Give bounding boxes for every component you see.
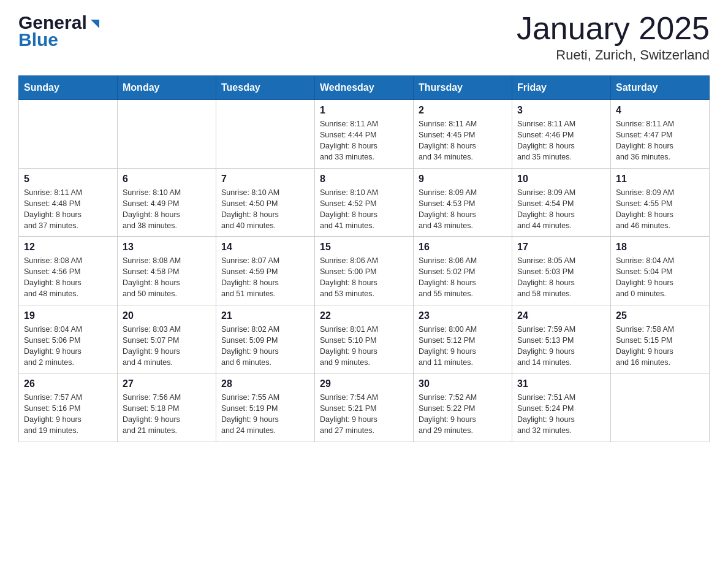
day-info: Sunrise: 8:11 AM Sunset: 4:47 PM Dayligh…	[616, 118, 704, 163]
day-info: Sunrise: 8:09 AM Sunset: 4:55 PM Dayligh…	[616, 187, 704, 232]
day-number: 19	[24, 310, 112, 321]
calendar-day-27: 27Sunrise: 7:56 AM Sunset: 5:18 PM Dayli…	[118, 373, 216, 442]
day-number: 29	[320, 378, 408, 389]
calendar-week-row: 19Sunrise: 8:04 AM Sunset: 5:06 PM Dayli…	[19, 305, 710, 373]
day-info: Sunrise: 8:10 AM Sunset: 4:49 PM Dayligh…	[123, 187, 211, 232]
day-number: 1	[320, 105, 408, 116]
day-info: Sunrise: 8:06 AM Sunset: 5:00 PM Dayligh…	[320, 255, 408, 300]
calendar-day-5: 5Sunrise: 8:11 AM Sunset: 4:48 PM Daylig…	[19, 168, 118, 237]
day-info: Sunrise: 8:07 AM Sunset: 4:59 PM Dayligh…	[221, 255, 309, 300]
calendar-day-empty	[118, 100, 216, 169]
day-info: Sunrise: 8:10 AM Sunset: 4:52 PM Dayligh…	[320, 187, 408, 232]
calendar-table: SundayMondayTuesdayWednesdayThursdayFrid…	[18, 75, 710, 442]
calendar-week-row: 26Sunrise: 7:57 AM Sunset: 5:16 PM Dayli…	[19, 373, 710, 442]
calendar-day-31: 31Sunrise: 7:51 AM Sunset: 5:24 PM Dayli…	[512, 373, 611, 442]
day-number: 11	[616, 174, 704, 185]
svg-marker-0	[91, 20, 99, 28]
calendar-day-15: 15Sunrise: 8:06 AM Sunset: 5:00 PM Dayli…	[315, 237, 414, 305]
calendar-day-22: 22Sunrise: 8:01 AM Sunset: 5:10 PM Dayli…	[315, 305, 414, 373]
day-number: 26	[24, 378, 112, 389]
day-info: Sunrise: 8:09 AM Sunset: 4:53 PM Dayligh…	[419, 187, 507, 232]
day-info: Sunrise: 8:11 AM Sunset: 4:45 PM Dayligh…	[419, 118, 507, 163]
title-section: January 2025 Rueti, Zurich, Switzerland	[517, 12, 710, 63]
day-info: Sunrise: 8:05 AM Sunset: 5:03 PM Dayligh…	[517, 255, 605, 300]
day-info: Sunrise: 8:11 AM Sunset: 4:46 PM Dayligh…	[517, 118, 605, 163]
calendar-week-row: 12Sunrise: 8:08 AM Sunset: 4:56 PM Dayli…	[19, 237, 710, 305]
day-number: 17	[517, 242, 605, 253]
calendar-header-monday: Monday	[118, 76, 216, 100]
day-number: 20	[123, 310, 211, 321]
day-info: Sunrise: 8:02 AM Sunset: 5:09 PM Dayligh…	[221, 324, 309, 369]
day-number: 15	[320, 242, 408, 253]
calendar-day-empty	[216, 100, 315, 169]
day-number: 22	[320, 310, 408, 321]
day-number: 28	[221, 378, 309, 389]
day-info: Sunrise: 7:54 AM Sunset: 5:21 PM Dayligh…	[320, 392, 408, 437]
calendar-week-row: 5Sunrise: 8:11 AM Sunset: 4:48 PM Daylig…	[19, 168, 710, 237]
calendar-day-13: 13Sunrise: 8:08 AM Sunset: 4:58 PM Dayli…	[118, 237, 216, 305]
day-info: Sunrise: 8:00 AM Sunset: 5:12 PM Dayligh…	[419, 324, 507, 369]
calendar-day-18: 18Sunrise: 8:04 AM Sunset: 5:04 PM Dayli…	[611, 237, 710, 305]
day-number: 13	[123, 242, 211, 253]
calendar-day-16: 16Sunrise: 8:06 AM Sunset: 5:02 PM Dayli…	[414, 237, 512, 305]
calendar-header-row: SundayMondayTuesdayWednesdayThursdayFrid…	[19, 76, 710, 100]
calendar-day-7: 7Sunrise: 8:10 AM Sunset: 4:50 PM Daylig…	[216, 168, 315, 237]
day-info: Sunrise: 7:51 AM Sunset: 5:24 PM Dayligh…	[517, 392, 605, 437]
day-number: 18	[616, 242, 704, 253]
calendar-day-28: 28Sunrise: 7:55 AM Sunset: 5:19 PM Dayli…	[216, 373, 315, 442]
day-info: Sunrise: 8:04 AM Sunset: 5:04 PM Dayligh…	[616, 255, 704, 300]
day-number: 23	[419, 310, 507, 321]
calendar-day-14: 14Sunrise: 8:07 AM Sunset: 4:59 PM Dayli…	[216, 237, 315, 305]
day-info: Sunrise: 7:55 AM Sunset: 5:19 PM Dayligh…	[221, 392, 309, 437]
calendar-day-24: 24Sunrise: 7:59 AM Sunset: 5:13 PM Dayli…	[512, 305, 611, 373]
logo-triangle-icon	[88, 17, 102, 31]
calendar-day-4: 4Sunrise: 8:11 AM Sunset: 4:47 PM Daylig…	[611, 100, 710, 169]
day-number: 8	[320, 174, 408, 185]
calendar-header-sunday: Sunday	[19, 76, 118, 100]
calendar-day-30: 30Sunrise: 7:52 AM Sunset: 5:22 PM Dayli…	[414, 373, 512, 442]
day-number: 3	[517, 105, 605, 116]
calendar-day-empty	[19, 100, 118, 169]
calendar-day-10: 10Sunrise: 8:09 AM Sunset: 4:54 PM Dayli…	[512, 168, 611, 237]
day-number: 5	[24, 174, 112, 185]
calendar-day-6: 6Sunrise: 8:10 AM Sunset: 4:49 PM Daylig…	[118, 168, 216, 237]
day-info: Sunrise: 8:04 AM Sunset: 5:06 PM Dayligh…	[24, 324, 112, 369]
day-info: Sunrise: 7:52 AM Sunset: 5:22 PM Dayligh…	[419, 392, 507, 437]
day-info: Sunrise: 7:59 AM Sunset: 5:13 PM Dayligh…	[517, 324, 605, 369]
day-info: Sunrise: 8:08 AM Sunset: 4:58 PM Dayligh…	[123, 255, 211, 300]
day-info: Sunrise: 8:10 AM Sunset: 4:50 PM Dayligh…	[221, 187, 309, 232]
day-number: 31	[517, 378, 605, 389]
day-number: 7	[221, 174, 309, 185]
day-info: Sunrise: 8:09 AM Sunset: 4:54 PM Dayligh…	[517, 187, 605, 232]
calendar-header-wednesday: Wednesday	[315, 76, 414, 100]
day-info: Sunrise: 7:57 AM Sunset: 5:16 PM Dayligh…	[24, 392, 112, 437]
calendar-day-25: 25Sunrise: 7:58 AM Sunset: 5:15 PM Dayli…	[611, 305, 710, 373]
calendar-day-17: 17Sunrise: 8:05 AM Sunset: 5:03 PM Dayli…	[512, 237, 611, 305]
day-info: Sunrise: 8:11 AM Sunset: 4:44 PM Dayligh…	[320, 118, 408, 163]
calendar-day-21: 21Sunrise: 8:02 AM Sunset: 5:09 PM Dayli…	[216, 305, 315, 373]
calendar-day-20: 20Sunrise: 8:03 AM Sunset: 5:07 PM Dayli…	[118, 305, 216, 373]
day-number: 27	[123, 378, 211, 389]
day-info: Sunrise: 8:08 AM Sunset: 4:56 PM Dayligh…	[24, 255, 112, 300]
calendar-day-empty	[611, 373, 710, 442]
day-number: 16	[419, 242, 507, 253]
logo: General Blue	[18, 12, 103, 50]
day-number: 21	[221, 310, 309, 321]
calendar-day-3: 3Sunrise: 8:11 AM Sunset: 4:46 PM Daylig…	[512, 100, 611, 169]
day-number: 4	[616, 105, 704, 116]
day-number: 2	[419, 105, 507, 116]
day-number: 10	[517, 174, 605, 185]
day-info: Sunrise: 7:58 AM Sunset: 5:15 PM Dayligh…	[616, 324, 704, 369]
logo-blue-text: Blue	[18, 29, 103, 50]
day-number: 24	[517, 310, 605, 321]
day-info: Sunrise: 8:11 AM Sunset: 4:48 PM Dayligh…	[24, 187, 112, 232]
day-number: 6	[123, 174, 211, 185]
month-title: January 2025	[517, 12, 710, 44]
day-number: 9	[419, 174, 507, 185]
location: Rueti, Zurich, Switzerland	[517, 47, 710, 63]
calendar-day-12: 12Sunrise: 8:08 AM Sunset: 4:56 PM Dayli…	[19, 237, 118, 305]
calendar-header-tuesday: Tuesday	[216, 76, 315, 100]
calendar-day-9: 9Sunrise: 8:09 AM Sunset: 4:53 PM Daylig…	[414, 168, 512, 237]
day-number: 30	[419, 378, 507, 389]
day-info: Sunrise: 7:56 AM Sunset: 5:18 PM Dayligh…	[123, 392, 211, 437]
